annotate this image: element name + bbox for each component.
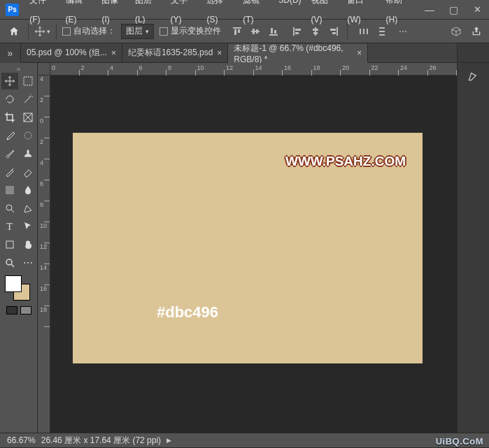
tab-area: » 05.psd @ 100% (组... × 纪委标语1635-285.psd… <box>0 43 489 63</box>
distribute-h-icon[interactable] <box>356 24 371 39</box>
separator <box>347 24 348 39</box>
auto-select-dropdown[interactable]: 图层 ▾ <box>121 24 154 39</box>
screenmode-toggle[interactable] <box>20 306 31 315</box>
color-swatches[interactable] <box>5 275 33 303</box>
home-icon[interactable] <box>6 23 22 40</box>
maximize-button[interactable]: ▢ <box>441 0 465 20</box>
align-top-icon[interactable] <box>229 24 245 39</box>
gradient-tool[interactable] <box>1 182 18 198</box>
ruler-tick: 4 <box>40 75 43 82</box>
separator <box>28 24 29 39</box>
right-panel <box>457 63 489 433</box>
3d-mode-icon[interactable] <box>448 24 464 39</box>
chevron-right-icon[interactable]: ▶ <box>166 437 171 444</box>
auto-select-toggle[interactable]: 自动选择： <box>62 25 115 37</box>
align-group <box>229 24 281 39</box>
align-vcenter-icon[interactable] <box>248 24 263 39</box>
ruler-tick: 14 <box>255 64 262 71</box>
lasso-tool[interactable] <box>1 91 18 108</box>
minimize-button[interactable]: — <box>418 0 441 20</box>
align-group-2 <box>290 24 341 39</box>
app-logo: Ps <box>6 3 19 16</box>
pen-tool[interactable] <box>20 200 36 217</box>
close-button[interactable]: ✕ <box>465 0 489 20</box>
ruler-tick: 12 <box>226 64 233 71</box>
type-tool[interactable]: T <box>1 218 18 235</box>
close-icon[interactable]: × <box>357 48 362 58</box>
close-icon[interactable]: × <box>111 48 116 58</box>
svg-rect-7 <box>271 28 273 34</box>
ruler-tick: 24 <box>400 64 407 71</box>
svg-point-29 <box>6 205 12 210</box>
document-tab-active[interactable]: 未标题-1 @ 66.7% (#dbc496, RGB/8) * × <box>228 44 368 63</box>
magic-wand-tool[interactable] <box>20 91 36 108</box>
dodge-tool[interactable] <box>1 200 18 217</box>
align-left-icon[interactable] <box>290 24 305 39</box>
svg-rect-15 <box>336 27 338 36</box>
foreground-swatch[interactable] <box>5 275 22 292</box>
svg-rect-4 <box>253 29 255 34</box>
checkbox[interactable] <box>160 27 168 36</box>
document-tab[interactable]: 纪委标语1635-285.psd × <box>122 43 228 62</box>
chevron-down-icon: ▾ <box>47 28 50 35</box>
zoom-level[interactable]: 66.67% <box>7 435 36 445</box>
svg-rect-24 <box>24 77 32 85</box>
document-tab[interactable]: 05.psd @ 100% (组... × <box>21 43 122 62</box>
svg-rect-21 <box>379 27 385 29</box>
svg-rect-19 <box>363 29 364 34</box>
auto-select-label: 自动选择： <box>73 25 115 37</box>
clone-stamp-tool[interactable] <box>20 145 36 162</box>
svg-point-26 <box>24 132 31 139</box>
checkbox[interactable] <box>62 27 71 36</box>
page-watermark: UiBQ.CoM <box>436 436 483 447</box>
dropdown-value: 图层 <box>126 25 143 37</box>
history-brush-tool[interactable] <box>1 164 18 180</box>
svg-rect-11 <box>295 32 299 34</box>
tab-gutter-right <box>457 43 489 63</box>
eyedropper-tool[interactable] <box>1 127 18 144</box>
spot-heal-tool[interactable] <box>20 127 36 144</box>
tab-label: 纪委标语1635-285.psd <box>128 47 213 59</box>
shape-tool[interactable] <box>1 236 18 253</box>
canvas[interactable]: WWW.PSAHZ.COM #dbc496 <box>73 133 423 363</box>
svg-rect-6 <box>269 34 278 36</box>
align-hcenter-icon[interactable] <box>308 24 323 39</box>
quickmask-toggle[interactable] <box>6 306 17 315</box>
path-select-tool[interactable] <box>20 218 36 235</box>
more-options-icon[interactable]: ⋯ <box>395 24 411 39</box>
panel-collapse-icon[interactable]: « <box>0 64 37 73</box>
menu-file[interactable]: 文件(F) <box>24 0 60 29</box>
distribute-v-icon[interactable] <box>374 24 390 39</box>
eraser-tool[interactable] <box>20 164 36 180</box>
tab-gutter-collapse[interactable]: » <box>0 43 21 63</box>
edit-toolbar[interactable]: ⋯ <box>20 254 36 271</box>
svg-rect-1 <box>234 29 236 35</box>
move-tool-icon[interactable]: ▾ <box>34 26 50 37</box>
zoom-tool[interactable] <box>1 254 18 271</box>
move-tool[interactable] <box>1 73 18 89</box>
show-transform-toggle[interactable]: 显示变换控件 <box>160 25 221 37</box>
svg-rect-18 <box>360 29 361 34</box>
align-bottom-icon[interactable] <box>266 24 281 39</box>
ruler-corner <box>38 63 50 75</box>
color-panel-icon[interactable] <box>465 67 482 84</box>
hand-tool[interactable] <box>20 236 36 253</box>
blur-tool[interactable] <box>20 182 36 198</box>
titlebar: Ps 文件(F) 编辑(E) 图像(I) 图层(L) 文字(Y) 选择(S) 滤… <box>0 0 489 20</box>
share-icon[interactable] <box>469 24 483 38</box>
horizontal-ruler[interactable]: 0 2 4 6 8 10 12 14 16 18 20 22 24 26 <box>50 63 457 75</box>
svg-rect-20 <box>367 29 368 34</box>
ruler-tick: 8 <box>40 201 43 208</box>
document-area[interactable]: 0 2 4 6 8 10 12 14 16 18 20 22 24 26 4 2… <box>38 63 457 433</box>
workspace: « T ⋯ <box>0 63 489 433</box>
ruler-tick: 16 <box>284 64 291 71</box>
quickmask-screenmode <box>6 306 31 315</box>
vertical-ruler[interactable]: 4 2 0 2 4 6 8 10 12 14 16 18 <box>38 75 50 433</box>
ruler-tick: 18 <box>313 64 320 71</box>
marquee-tool[interactable] <box>20 73 36 89</box>
brush-tool[interactable] <box>1 145 18 162</box>
close-icon[interactable]: × <box>217 48 222 58</box>
crop-tool[interactable] <box>1 109 18 126</box>
align-right-icon[interactable] <box>326 24 341 39</box>
frame-tool[interactable] <box>20 109 36 126</box>
